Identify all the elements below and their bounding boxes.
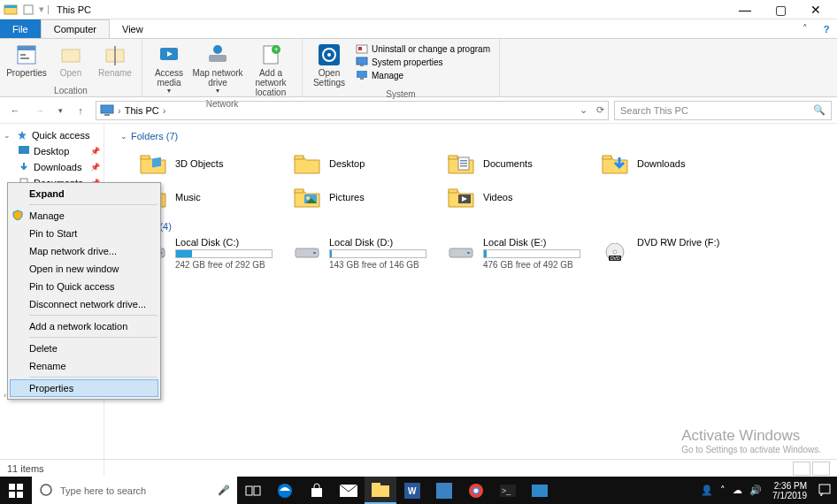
svg-rect-24 xyxy=(357,71,367,78)
svg-text:DVD: DVD xyxy=(610,256,620,261)
folder-item[interactable]: 3D Objects xyxy=(140,147,294,180)
qat-dropdown-icon[interactable] xyxy=(21,3,35,17)
taskbar-cmd[interactable]: >_ xyxy=(492,477,524,504)
tab-computer[interactable]: Computer xyxy=(41,19,110,38)
context-menu-item[interactable]: Open in new window xyxy=(10,260,158,278)
add-network-location-button[interactable]: + Add a network location xyxy=(245,41,296,99)
access-media-button[interactable]: Access media▾ xyxy=(148,41,190,97)
svg-point-13 xyxy=(213,45,222,54)
sidebar-item-desktop[interactable]: Desktop 📌 xyxy=(0,143,104,159)
chevron-down-icon[interactable]: ⌄ xyxy=(4,131,12,140)
back-button[interactable]: ← xyxy=(5,101,25,120)
folders-section-header[interactable]: ⌄ Folders (7) xyxy=(110,129,837,147)
taskbar-mail[interactable] xyxy=(333,477,365,504)
tab-view[interactable]: View xyxy=(110,19,156,38)
svg-point-60 xyxy=(613,250,617,254)
search-box[interactable]: Search This PC 🔍 xyxy=(614,101,832,120)
drive-item[interactable]: Local Disk (D:)143 GB free of 146 GB xyxy=(294,237,448,270)
context-menu-item[interactable]: Pin to Quick access xyxy=(10,278,158,295)
nav-bar: ← → ▾ ↑ › This PC › ⌄ ⟳ Search This PC 🔍 xyxy=(0,97,837,124)
close-button[interactable]: ✕ xyxy=(798,0,833,19)
folder-item[interactable]: Pictures xyxy=(294,180,448,214)
drives-section-header[interactable]: ⌄ drives (4) xyxy=(110,219,837,237)
search-icon[interactable]: 🔍 xyxy=(813,104,825,116)
sidebar-item-downloads[interactable]: Downloads 📌 xyxy=(0,159,104,175)
context-menu-item[interactable]: Map network drive... xyxy=(10,242,158,260)
search-placeholder: Search This PC xyxy=(620,105,688,116)
breadcrumb-sep[interactable]: › xyxy=(118,105,121,116)
help-icon[interactable]: ? xyxy=(816,19,837,38)
forward-button[interactable]: → xyxy=(30,101,50,120)
folder-item[interactable]: Music xyxy=(140,180,294,214)
context-menu-item[interactable]: Pin to Start xyxy=(10,225,158,242)
tray-onedrive-icon[interactable]: ☁ xyxy=(733,485,742,496)
context-menu-item[interactable]: Properties xyxy=(10,379,158,397)
context-menu-item[interactable]: Disconnect network drive... xyxy=(10,295,158,313)
breadcrumb-sep[interactable]: › xyxy=(163,105,166,116)
system-properties-button[interactable]: System properties xyxy=(356,56,490,68)
ribbon: Properties Open Rename Location Access m… xyxy=(0,39,837,97)
up-button[interactable]: ↑ xyxy=(71,101,90,120)
folder-item[interactable]: Desktop xyxy=(294,147,448,180)
svg-rect-69 xyxy=(254,486,260,495)
context-menu-item[interactable]: Add a network location xyxy=(10,317,158,335)
context-menu-item[interactable]: Delete xyxy=(10,340,158,357)
sidebar-quick-access[interactable]: ⌄ Quick access xyxy=(0,127,104,143)
minimize-button[interactable]: — xyxy=(727,0,763,19)
taskbar-explorer[interactable] xyxy=(365,477,396,504)
breadcrumb-root[interactable]: This PC xyxy=(125,105,159,116)
icons-view-button[interactable] xyxy=(812,462,830,476)
start-button[interactable] xyxy=(0,477,32,504)
svg-point-48 xyxy=(306,196,310,200)
ribbon-group-system: Open Settings Uninstall or change a prog… xyxy=(303,39,500,96)
svg-rect-37 xyxy=(449,156,457,159)
task-view-button[interactable] xyxy=(237,477,269,504)
svg-rect-26 xyxy=(101,105,113,113)
manage-button[interactable]: Manage xyxy=(356,69,490,81)
drive-item[interactable]: DVDDVD RW Drive (F:) xyxy=(602,237,756,270)
ribbon-collapse-icon[interactable]: ˄ xyxy=(795,19,816,38)
chevron-down-icon: ⌄ xyxy=(120,132,127,141)
taskbar-app1[interactable] xyxy=(428,477,460,504)
context-menu-item[interactable]: Expand xyxy=(10,185,158,202)
recent-dropdown[interactable]: ▾ xyxy=(55,101,65,120)
folder-icon xyxy=(602,150,628,177)
svg-rect-56 xyxy=(313,252,316,254)
taskbar-search[interactable]: Type here to search 🎤 xyxy=(32,477,237,504)
taskbar-store[interactable] xyxy=(301,477,333,504)
drive-item[interactable]: Local Disk (C:)242 GB free of 292 GB xyxy=(140,237,294,270)
folder-name: 3D Objects xyxy=(175,158,223,169)
properties-button[interactable]: Properties xyxy=(5,41,48,80)
address-dropdown-icon[interactable]: ⌄ xyxy=(580,104,587,116)
address-bar[interactable]: › This PC › ⌄ ⟳ xyxy=(96,101,609,120)
details-view-button[interactable] xyxy=(793,462,810,476)
folder-item[interactable]: Documents xyxy=(448,147,602,180)
folder-item[interactable]: Downloads xyxy=(602,147,756,180)
maximize-button[interactable]: ▢ xyxy=(763,0,798,19)
tray-up-icon[interactable]: ˄ xyxy=(720,485,726,496)
tray-people-icon[interactable]: 👤 xyxy=(701,485,713,496)
drive-item[interactable]: Local Disk (E:)476 GB free of 492 GB xyxy=(448,237,602,270)
taskbar-chrome[interactable] xyxy=(460,477,492,504)
uninstall-button[interactable]: Uninstall or change a program xyxy=(356,42,490,55)
context-menu-item[interactable]: Manage xyxy=(10,207,158,225)
taskbar-word[interactable]: W xyxy=(396,477,428,504)
open-settings-button[interactable]: Open Settings xyxy=(308,41,350,89)
folder-icon xyxy=(294,150,320,177)
svg-text:W: W xyxy=(408,486,417,496)
map-network-drive-button[interactable]: Map network drive▾ xyxy=(192,41,243,97)
svg-rect-23 xyxy=(360,65,364,66)
context-menu-item[interactable]: Rename xyxy=(10,357,158,375)
tray-network-icon[interactable]: 🔊 xyxy=(749,485,762,496)
svg-rect-74 xyxy=(372,483,380,487)
tab-file[interactable]: File xyxy=(0,19,41,38)
taskbar-app2[interactable] xyxy=(524,477,556,504)
taskbar-clock[interactable]: 2:36 PM 7/1/2019 xyxy=(769,481,810,500)
refresh-icon[interactable]: ⟳ xyxy=(596,104,604,116)
action-center-icon[interactable] xyxy=(818,483,832,499)
svg-rect-22 xyxy=(357,57,367,65)
mic-icon[interactable]: 🎤 xyxy=(218,485,230,496)
folder-item[interactable]: Videos xyxy=(448,180,602,214)
drive-name: DVD RW Drive (F:) xyxy=(637,237,756,248)
taskbar-edge[interactable] xyxy=(269,477,301,504)
